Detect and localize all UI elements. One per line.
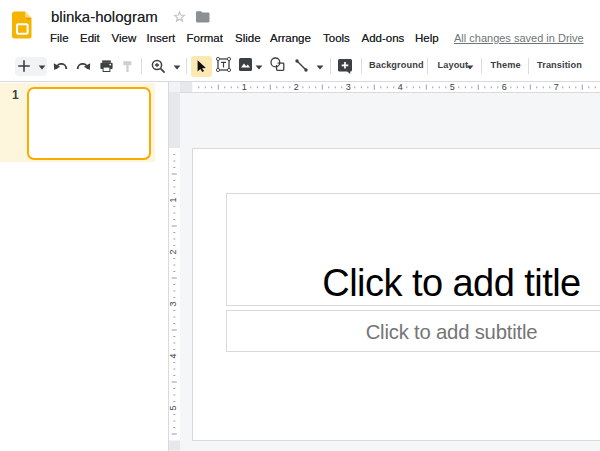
svg-text:6: 6 <box>502 82 507 92</box>
svg-text:4: 4 <box>398 82 403 92</box>
svg-text:3: 3 <box>169 302 178 307</box>
svg-text:5: 5 <box>450 82 455 92</box>
svg-text:3: 3 <box>346 82 351 92</box>
svg-text:2: 2 <box>294 82 299 92</box>
svg-text:7: 7 <box>554 82 559 92</box>
svg-text:1: 1 <box>169 198 178 203</box>
svg-text:2: 2 <box>169 250 178 255</box>
svg-text:5: 5 <box>169 406 178 411</box>
svg-text:1: 1 <box>242 82 247 92</box>
svg-text:4: 4 <box>169 354 178 359</box>
